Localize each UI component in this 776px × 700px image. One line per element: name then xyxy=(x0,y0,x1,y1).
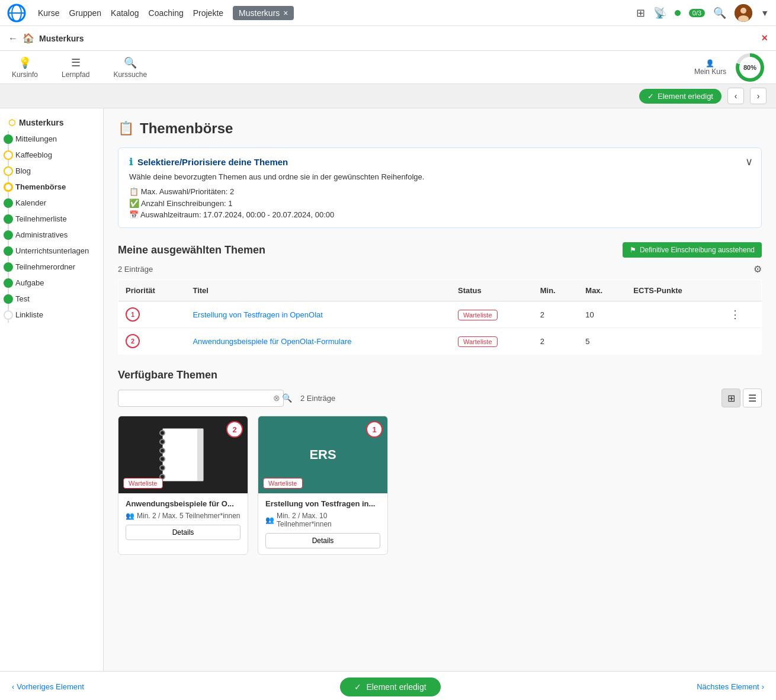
info-auswahlzeitraum: 📅 Auswahlzeitraum: 17.07.2024, 00:00 - 2… xyxy=(129,210,751,219)
sidebar-label-blog: Blog xyxy=(15,166,31,175)
mein-kurs-button[interactable]: 👤 Mein Kurs xyxy=(694,59,726,76)
nav-coaching[interactable]: Coaching xyxy=(149,8,184,18)
sidebar-item-teilnehmerordner[interactable]: Teilnehmerordner xyxy=(0,259,103,275)
next-element-arrow[interactable]: › xyxy=(750,88,767,104)
spiral-ring xyxy=(159,439,165,445)
status-dot xyxy=(675,10,681,16)
ers-label: ERS xyxy=(309,447,336,463)
sidebar-item-kalender[interactable]: Kalender xyxy=(0,195,103,211)
bottom-bar: ‹ Vorheriges Element ✓ Element erledigt … xyxy=(0,671,776,700)
sidebar-item-kaffeeblog[interactable]: Kaffeeblog xyxy=(0,147,103,163)
nav-projekte[interactable]: Projekte xyxy=(193,8,223,18)
avatar-dropdown-icon[interactable]: ▼ xyxy=(761,8,769,18)
dot-test xyxy=(4,294,13,304)
sidebar-label-themenboerse: Themenbörse xyxy=(15,182,66,191)
titel-link-2[interactable]: Anwendungsbeispiele für OpenOlat-Formula… xyxy=(193,337,351,346)
card-image-1: 2 Warteliste xyxy=(118,416,248,493)
sidebar-item-test[interactable]: Test xyxy=(0,291,103,307)
titel-link-1[interactable]: Erstellung von Testfragen in OpenOlat xyxy=(193,310,322,319)
table-row: 2 Anwendungsbeispiele für OpenOlat-Formu… xyxy=(118,328,762,355)
active-tab[interactable]: Musterkurs × xyxy=(233,6,294,20)
prev-element-arrow[interactable]: ‹ xyxy=(727,88,744,104)
info-icon: ℹ xyxy=(129,156,133,168)
dot-kalender xyxy=(4,198,13,208)
active-tab-close[interactable]: × xyxy=(283,8,288,18)
max-cell-2: 5 xyxy=(578,328,626,355)
back-button[interactable]: ← xyxy=(8,33,18,44)
definitive-einschreibung-button[interactable]: ⚑ Definitive Einschreibung ausstehend xyxy=(623,242,762,258)
nav-lernpfad[interactable]: ☰ Lernpfad xyxy=(62,56,89,79)
search-go-icon[interactable]: 🔍 xyxy=(282,393,292,403)
themen-table: Priorität Titel Status Min. Max. ECTS-Pu… xyxy=(118,280,762,355)
gear-icon[interactable]: ⚙ xyxy=(753,264,762,275)
search-bar: ⊗ 🔍 2 Einträge ⊞ ☰ xyxy=(118,388,762,407)
titel-cell-1: Erstellung von Testfragen in OpenOlat xyxy=(185,301,451,328)
sidebar-item-aufgabe[interactable]: Aufgabe xyxy=(0,275,103,291)
grid-icon[interactable]: ⊞ xyxy=(636,7,645,20)
participants-icon-1: 👥 xyxy=(126,512,134,520)
grid-view-button[interactable]: ⊞ xyxy=(722,388,740,407)
row-actions-1[interactable]: ⋮ xyxy=(730,309,740,320)
definitive-btn-label: Definitive Einschreibung ausstehend xyxy=(640,246,755,254)
sidebar-item-themenboerse[interactable]: Themenbörse xyxy=(0,179,103,195)
nav-kurssuche[interactable]: 🔍 Kurssuche xyxy=(113,56,147,79)
svg-point-4 xyxy=(740,8,746,14)
prev-element-button[interactable]: ‹ Vorheriges Element xyxy=(12,682,84,691)
rss-icon[interactable]: 📡 xyxy=(653,7,666,20)
sidebar-item-administratives[interactable]: Administratives xyxy=(0,227,103,243)
card-details-button-2[interactable]: Details xyxy=(265,533,380,548)
search-clear-icon[interactable]: ⊗ xyxy=(273,393,280,403)
col-titel: Titel xyxy=(185,280,451,301)
verfuegbare-themen-section: Verfügbare Themen ⊗ 🔍 2 Einträge ⊞ ☰ xyxy=(118,369,762,555)
search-input[interactable] xyxy=(118,390,284,407)
check-circle-icon: ✅ xyxy=(129,198,139,208)
sidebar-label-administratives: Administratives xyxy=(15,230,68,239)
card-priority-2: 1 xyxy=(366,421,383,438)
mein-kurs-label: Mein Kurs xyxy=(694,68,726,76)
search-icon[interactable]: 🔍 xyxy=(713,7,726,20)
dot-unterrichtsunterlagen xyxy=(4,246,13,256)
priority-circle-2: 2 xyxy=(126,334,140,348)
table-count-label: 2 Einträge xyxy=(118,265,153,274)
lernpfad-label: Lernpfad xyxy=(62,70,89,79)
card-details-button-1[interactable]: Details xyxy=(126,525,241,540)
status-cell-2: Warteliste xyxy=(451,328,533,355)
home-icon: 🏠 xyxy=(23,33,34,44)
sidebar-item-unterrichtsunterlagen[interactable]: Unterrichtsunterlagen xyxy=(0,243,103,259)
prev-btn-label: Vorheriges Element xyxy=(17,682,84,691)
participants-icon-2: 👥 xyxy=(265,516,274,524)
sidebar-item-linkliste[interactable]: Linkliste xyxy=(0,307,103,323)
list-view-button[interactable]: ☰ xyxy=(743,388,762,407)
sidebar-item-blog[interactable]: Blog xyxy=(0,163,103,179)
active-tab-label: Musterkurs xyxy=(239,8,280,18)
info-box-collapse-button[interactable]: ∨ xyxy=(745,155,753,168)
info-box-title: Selektiere/Priorisiere deine Themen xyxy=(137,157,288,167)
kurssuche-label: Kurssuche xyxy=(113,70,147,79)
logo[interactable] xyxy=(7,4,26,23)
ects-cell-2 xyxy=(626,328,723,355)
meine-themen-header: Meine ausgewählten Themen ⚑ Definitive E… xyxy=(118,242,762,258)
nav-kursinfo[interactable]: 💡 Kursinfo xyxy=(12,56,38,79)
sidebar-label-mitteilungen: Mitteilungen xyxy=(15,134,57,143)
progress-label: 80% xyxy=(743,64,756,71)
sidebar-item-mitteilungen[interactable]: Mitteilungen xyxy=(0,131,103,147)
col-ects: ECTS-Punkte xyxy=(626,280,723,301)
element-erledigt-bottom-button[interactable]: ✓ Element erledigt xyxy=(340,677,440,696)
avatar[interactable] xyxy=(735,4,752,22)
nav-kurse[interactable]: Kurse xyxy=(38,8,60,18)
nav-gruppen[interactable]: Gruppen xyxy=(69,8,101,18)
page-title: Themenbörse xyxy=(140,120,233,137)
breadcrumb-close[interactable]: × xyxy=(761,32,768,44)
sidebar-title: ⬡ Musterkurs xyxy=(0,114,103,131)
prev-arrow-icon: ‹ xyxy=(735,91,737,101)
col-max: Max. xyxy=(578,280,626,301)
card-anwendungsbeispiele: 2 Warteliste Anwendungsbeispiele für O..… xyxy=(118,416,248,555)
nav-katalog[interactable]: Katalog xyxy=(111,8,139,18)
card-warteliste-1: Warteliste xyxy=(123,478,163,489)
element-erledigt-button[interactable]: ✓ Element erledigt xyxy=(639,89,722,104)
notebook-image xyxy=(162,428,204,481)
card-meta-1: 👥 Min. 2 / Max. 5 Teilnehmer*innen xyxy=(126,512,241,520)
sidebar-item-teilnehmerliste[interactable]: Teilnehmerliste xyxy=(0,211,103,227)
cards-grid: 2 Warteliste Anwendungsbeispiele für O..… xyxy=(118,416,762,555)
next-element-button[interactable]: Nächstes Element › xyxy=(697,682,764,691)
